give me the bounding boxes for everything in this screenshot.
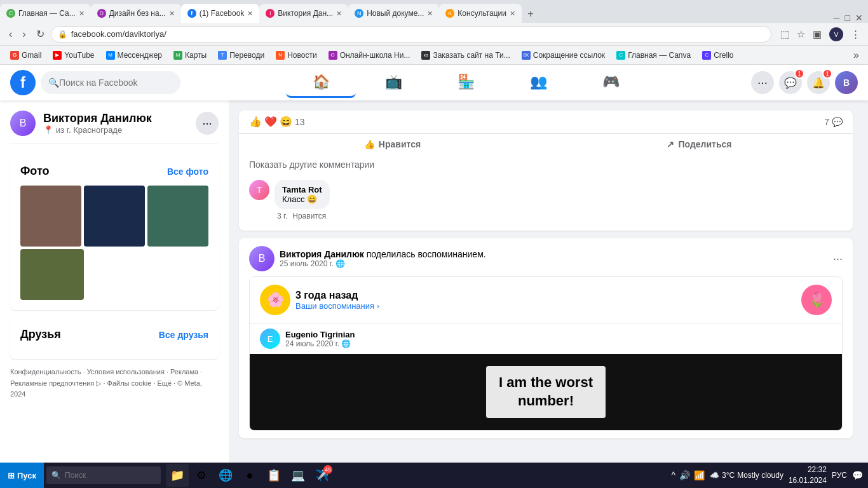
taskbar-app5[interactable]: 📋 <box>262 464 285 487</box>
reload-button[interactable]: ↻ <box>32 25 48 43</box>
bookmark-school[interactable]: О Онлайн-школа Ни... <box>323 50 416 61</box>
globe-icon: 🌐 <box>336 259 345 268</box>
taskbar-edge[interactable]: 🌐 <box>214 464 237 487</box>
address-bar[interactable]: 🔒 facebook.com/daviktoriya/ <box>51 26 771 43</box>
nav-groups[interactable]: 👥 <box>503 67 573 98</box>
reactions-row: 👍 ❤️ 😄 13 7 💬 <box>239 111 853 133</box>
messenger-button[interactable]: 💬 1 <box>779 71 802 94</box>
close-window-button[interactable]: ✕ <box>855 13 863 23</box>
taskbar-time-block: 22:32 16.01.2024 <box>789 464 827 486</box>
speaker-icon[interactable]: 🔊 <box>679 470 690 480</box>
photo-item-1[interactable] <box>20 186 81 247</box>
watch-icon: 📺 <box>385 74 402 90</box>
footer-links: Конфиденциальность · Условия использован… <box>10 367 219 400</box>
nav-marketplace[interactable]: 🏪 <box>431 67 501 98</box>
photos-all-link[interactable]: Все фото <box>167 166 208 177</box>
tab-doc[interactable]: N Новый докуме... ✕ <box>348 4 439 23</box>
photo-item-2[interactable] <box>84 186 145 247</box>
photo-item-3[interactable] <box>147 186 208 247</box>
share-button[interactable]: ↗ Поделиться <box>546 134 853 154</box>
tab-design[interactable]: D Дизайн без на... ✕ <box>91 4 181 23</box>
show-comments-button[interactable]: Показать другие комментарии <box>239 154 853 175</box>
browser-chrome: C Главная — Ca... ✕ D Дизайн без на... ✕… <box>0 0 868 65</box>
inner-post-info: Eugenio Tigrinian 24 июль 2020 г. 🌐 <box>285 330 355 348</box>
grid-apps-button[interactable]: ⋯ <box>751 71 774 94</box>
tab-consult[interactable]: K Консультации ✕ <box>439 4 522 23</box>
back-button[interactable]: ‹ <box>5 26 16 43</box>
taskbar-app6[interactable]: 💻 <box>287 464 309 487</box>
tab-instagram[interactable]: I Виктория Дан... ✕ <box>259 4 348 23</box>
nav-watch[interactable]: 📺 <box>358 67 428 98</box>
user-avatar[interactable]: В <box>835 71 858 94</box>
close-tab-consult[interactable]: ✕ <box>510 10 515 18</box>
friends-all-link[interactable]: Все друзья <box>159 330 208 340</box>
tab-canva[interactable]: C Главная — Ca... ✕ <box>0 4 91 23</box>
like-button[interactable]: 👍 Нравится <box>239 134 546 154</box>
bookmark-maps[interactable]: M Карты <box>168 50 212 61</box>
post-options-button[interactable]: ··· <box>833 252 843 266</box>
taskbar-search-input[interactable] <box>65 471 156 480</box>
comment-like-action[interactable]: Нравится <box>292 212 326 220</box>
reaction-icons: 👍 ❤️ 😄 13 <box>249 116 305 128</box>
nav-home[interactable]: 🏠 <box>286 67 356 98</box>
reaction-count: 13 <box>295 117 305 127</box>
bookmark-crello[interactable]: C Crello <box>697 50 738 61</box>
minimize-button[interactable]: ─ <box>834 13 840 23</box>
taskbar-hidden-icons[interactable]: ^ <box>671 470 675 480</box>
close-tab-doc[interactable]: ✕ <box>427 10 433 18</box>
cast-button[interactable]: ⬚ <box>778 26 792 43</box>
bookmark-canva[interactable]: C Главная — Canva <box>611 50 696 61</box>
photos-row2 <box>20 249 208 300</box>
profile-avatar[interactable]: В <box>10 111 36 136</box>
taskbar: ⊞ Пуск 🔍 📁 ⚙ 🌐 ● 📋 💻 ✈️ 45 ^ 🔊 📶 ☁️ 3°C … <box>0 463 868 488</box>
bookmark-vk[interactable]: ВК Сокращение ссылок <box>517 50 610 61</box>
bookmarks-more-button[interactable]: » <box>850 48 863 62</box>
forward-button[interactable]: › <box>18 26 29 43</box>
comment-content: Tamta Rot Класс 😄 3 г. Нравится <box>275 180 330 220</box>
sidebar-toggle-button[interactable]: ▣ <box>810 26 824 43</box>
memory-card[interactable]: 🌸 3 года назад Ваши воспоминания › 🌷 E <box>249 276 843 431</box>
bookmark-tilda[interactable]: ка Заказать сайт на Ти... <box>416 50 515 61</box>
taskbar-settings[interactable]: ⚙ <box>190 464 213 487</box>
search-bar[interactable]: 🔍 <box>41 71 180 94</box>
notifications-button[interactable]: 🔔 1 <box>807 71 830 94</box>
memory-avatar-left: 🌸 <box>260 285 290 315</box>
action-buttons: 👍 Нравится ↗ Поделиться <box>239 133 853 154</box>
bookmark-youtube[interactable]: ▶ YouTube <box>48 50 99 61</box>
bookmark-gmail[interactable]: G Gmail <box>5 50 46 61</box>
profile-button[interactable]: V <box>827 25 846 44</box>
taskbar-time: 22:32 <box>789 464 827 475</box>
close-tab-instagram[interactable]: ✕ <box>336 10 342 18</box>
bookmark-messenger[interactable]: M Мессенджер <box>101 50 167 61</box>
bookmark-translate[interactable]: T Переводи <box>213 50 269 61</box>
comment-bubble: Tamta Rot Класс 😄 <box>275 180 330 209</box>
bookmark-star-button[interactable]: ☆ <box>794 26 808 43</box>
marketplace-icon: 🏪 <box>458 74 475 90</box>
notification-center-button[interactable]: 💬 <box>852 470 863 480</box>
options-button[interactable]: ··· <box>196 112 219 135</box>
more-options-button[interactable]: ⋮ <box>848 26 863 43</box>
tab-facebook[interactable]: f (1) Facebook ✕ <box>181 4 260 23</box>
maximize-button[interactable]: □ <box>845 13 850 23</box>
taskbar-weather[interactable]: ☁️ 3°C Mostly cloudy <box>710 471 783 480</box>
post-card-1: 👍 ❤️ 😄 13 7 💬 👍 Нравится <box>239 111 853 231</box>
nav-gaming[interactable]: 🎮 <box>576 67 646 98</box>
photo-item-4[interactable] <box>20 249 84 300</box>
post-author-info: Виктория Данилюк поделилась воспоминание… <box>280 249 486 268</box>
meme-text: I am the worst number! <box>486 366 606 417</box>
network-icon[interactable]: 📶 <box>694 470 705 480</box>
taskbar-search[interactable]: 🔍 <box>46 466 161 484</box>
comment-time: 3 г. <box>277 212 287 220</box>
taskbar-telegram[interactable]: ✈️ 45 <box>311 464 334 487</box>
start-button[interactable]: ⊞ Пуск <box>0 463 44 488</box>
search-input[interactable] <box>59 78 173 88</box>
close-tab-design[interactable]: ✕ <box>169 10 175 18</box>
memory-link[interactable]: Ваши воспоминания › <box>295 301 379 311</box>
taskbar-language[interactable]: РУС <box>832 471 847 480</box>
taskbar-file-explorer[interactable]: 📁 <box>166 464 189 487</box>
taskbar-chrome[interactable]: ● <box>238 464 261 487</box>
close-tab-canva[interactable]: ✕ <box>79 10 85 18</box>
bookmark-news[interactable]: N Новости <box>271 50 322 61</box>
close-tab-facebook[interactable]: ✕ <box>247 10 253 18</box>
new-tab-button[interactable]: + <box>522 5 539 23</box>
